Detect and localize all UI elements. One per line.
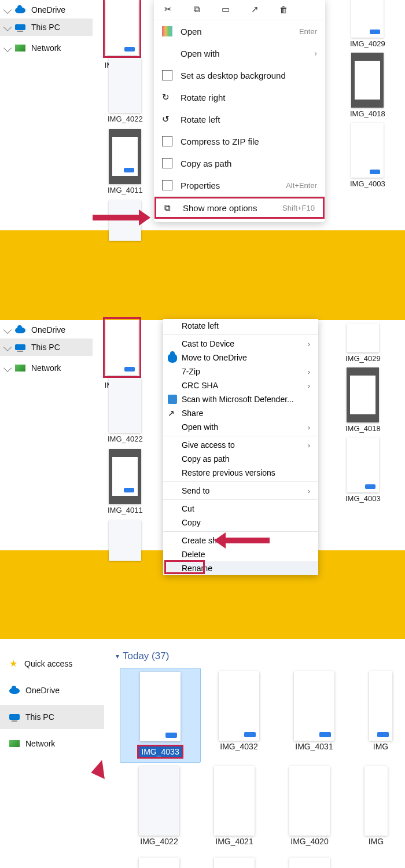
- thumbnail[interactable]: [214, 858, 255, 868]
- cut-icon[interactable]: ✂: [162, 3, 174, 15]
- thumb-label: IMG: [365, 837, 388, 846]
- annotation-highlight: [164, 560, 205, 574]
- thumbnail[interactable]: [369, 671, 392, 741]
- thumbnail[interactable]: [109, 378, 141, 433]
- menu-give-access[interactable]: Give access to›: [163, 438, 318, 452]
- menu-label: Move to OneDrive: [182, 353, 247, 362]
- delete-icon[interactable]: 🗑: [278, 3, 289, 15]
- nav-label: Network: [31, 363, 61, 373]
- nav-network[interactable]: Network: [0, 359, 93, 377]
- menu-rename[interactable]: Rename: [163, 561, 318, 575]
- thumbnail[interactable]: [351, 53, 384, 108]
- thumb-label: IMG_4022: [108, 115, 143, 123]
- menu-label: Rotate left: [182, 321, 219, 330]
- cloud-icon: [168, 354, 177, 363]
- nav-onedrive[interactable]: OneDrive: [0, 1, 93, 19]
- star-icon: ★: [9, 660, 17, 668]
- menu-send-to[interactable]: Send to›: [163, 484, 318, 498]
- menu-compress-zip[interactable]: Compress to ZIP file: [154, 130, 325, 152]
- menu-properties[interactable]: Properties Alt+Enter: [154, 174, 325, 196]
- nav-network[interactable]: Network: [0, 731, 104, 756]
- menu-label: Copy as path: [181, 159, 231, 168]
- thumbnail[interactable]: [109, 58, 141, 113]
- menu-rotate-right[interactable]: ↻ Rotate right: [154, 86, 325, 108]
- menu-set-background[interactable]: Set as desktop background: [154, 64, 325, 86]
- selected-thumbnail[interactable]: [103, 317, 141, 378]
- thumbnail[interactable]: [351, 0, 384, 38]
- menu-open-with[interactable]: Open with ›: [154, 42, 325, 64]
- nav-thispc[interactable]: This PC: [0, 19, 93, 36]
- menu-share[interactable]: ↗Share: [163, 406, 318, 420]
- menu-7zip[interactable]: 7-Zip›: [163, 365, 318, 378]
- thumbnail[interactable]: [294, 671, 334, 741]
- thumbnail[interactable]: [214, 766, 255, 836]
- nav-onedrive[interactable]: OneDrive: [0, 321, 93, 339]
- thumbnail[interactable]: [219, 671, 259, 741]
- menu-copy-path[interactable]: Copy as path: [163, 452, 318, 466]
- thumb-label: IMG_4029: [350, 39, 385, 48]
- chevron-right-icon: [3, 343, 12, 351]
- copy-icon[interactable]: ⧉: [191, 3, 203, 15]
- group-heading[interactable]: ▾ Today (37): [116, 650, 169, 662]
- share-icon: ↗: [168, 409, 177, 418]
- chevron-right-icon: [3, 44, 12, 52]
- nav-network[interactable]: Network: [0, 39, 93, 57]
- network-icon: [15, 365, 25, 372]
- thumb-label: IMG_4031: [294, 742, 334, 751]
- menu-copy[interactable]: Copy: [163, 516, 318, 529]
- thumbnail[interactable]: [289, 858, 330, 868]
- thumbnail[interactable]: [109, 449, 141, 504]
- thumbnail[interactable]: [289, 766, 330, 836]
- menu-label: Open: [181, 27, 202, 36]
- menu-open[interactable]: Open Enter: [154, 20, 325, 42]
- thumbnail[interactable]: [139, 766, 179, 836]
- cloud-icon: [9, 688, 20, 694]
- menu-crc-sha[interactable]: CRC SHA›: [163, 378, 318, 392]
- menu-rotate-left[interactable]: ↺ Rotate left: [154, 108, 325, 130]
- menu-restore-versions[interactable]: Restore previous versions: [163, 466, 318, 480]
- rename-icon[interactable]: ▭: [220, 3, 231, 15]
- chevron-right-icon: [3, 23, 12, 31]
- selected-thumbnail[interactable]: [103, 0, 141, 58]
- thumbnail[interactable]: [351, 123, 384, 178]
- share-icon[interactable]: ↗: [249, 3, 260, 15]
- menu-move-onedrive[interactable]: Move to OneDrive: [163, 351, 318, 365]
- nav-quick-access[interactable]: ★ Quick access: [0, 652, 104, 676]
- thumbnail[interactable]: [109, 520, 141, 561]
- thumbnail[interactable]: [347, 323, 379, 352]
- nav-thispc[interactable]: This PC: [0, 705, 104, 729]
- menu-label: Restore previous versions: [182, 468, 275, 477]
- nav-label: Quick access: [24, 659, 72, 668]
- network-icon: [15, 45, 25, 52]
- submenu-icon: ›: [308, 340, 310, 348]
- chevron-right-icon: [3, 6, 12, 14]
- menu-label: Rotate right: [181, 93, 226, 102]
- menu-rotate-left[interactable]: Rotate left: [163, 319, 318, 333]
- menu-label: Set as desktop background: [181, 71, 286, 80]
- menu-label: Delete: [182, 550, 205, 559]
- menu-copy-path[interactable]: Copy as path: [154, 152, 325, 174]
- menu-label: Properties: [181, 181, 220, 190]
- filename-edit-input[interactable]: IMG_4033: [137, 745, 183, 759]
- menu-cut[interactable]: Cut: [163, 502, 318, 516]
- nav-onedrive[interactable]: OneDrive: [0, 678, 104, 703]
- thumbnail[interactable]: [139, 858, 179, 868]
- network-icon: [9, 740, 20, 747]
- menu-defender[interactable]: Scan with Microsoft Defender...: [163, 392, 318, 406]
- menu-delete[interactable]: Delete: [163, 547, 318, 561]
- menu-label: Cast to Device: [182, 339, 234, 348]
- nav-thispc[interactable]: This PC: [0, 339, 93, 356]
- thumbnail[interactable]: [365, 766, 388, 836]
- annotation-arrow-icon: [94, 760, 111, 778]
- menu-label: Show more options: [183, 203, 257, 213]
- selected-thumbnail[interactable]: IMG_4033: [120, 668, 201, 763]
- thumbnail[interactable]: [109, 129, 141, 184]
- menu-open-with[interactable]: Open with›: [163, 420, 318, 434]
- menu-cast-to-device[interactable]: Cast to Device›: [163, 337, 318, 351]
- menu-label: Cut: [182, 504, 194, 513]
- thumb-label: IMG_4020: [289, 837, 330, 846]
- menu-show-more-options[interactable]: ⧉ Show more options Shift+F10: [154, 197, 325, 219]
- thumb-label: IMG_4003: [350, 179, 385, 188]
- thumbnail[interactable]: [347, 367, 379, 422]
- thumbnail[interactable]: [347, 437, 379, 492]
